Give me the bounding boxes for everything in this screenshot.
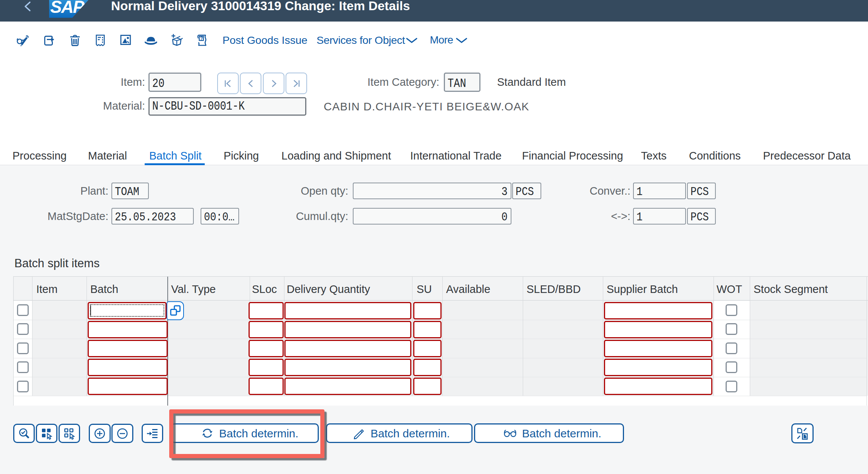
svg-text:?: ? (200, 36, 203, 41)
svg-text:SAP: SAP (50, 0, 85, 17)
